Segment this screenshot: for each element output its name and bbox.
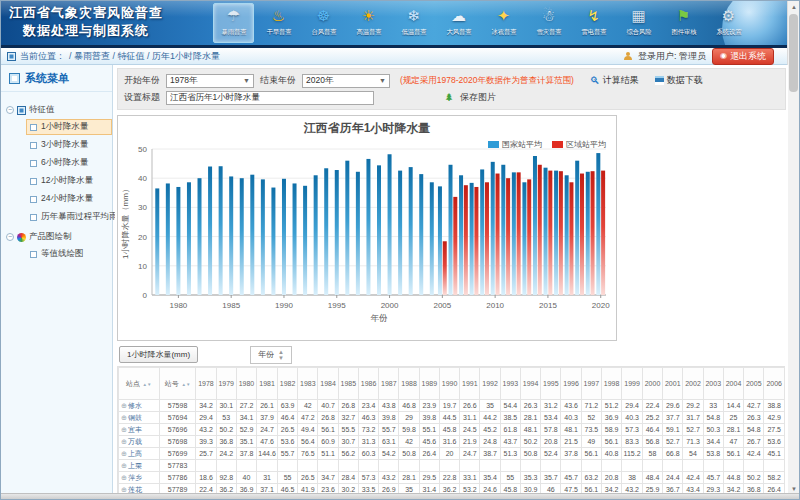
column-header-year-1987[interactable]: 1987 <box>379 368 399 400</box>
table-row-宜丰[interactable]: ⊕宜丰5769643.250.252.924.726.549.456.155.5… <box>119 424 785 436</box>
column-header-year-1981[interactable]: 1981 <box>257 368 278 400</box>
checkbox-icon[interactable] <box>30 251 37 258</box>
toolbar-item-hail[interactable]: ✦冰雹普查 <box>483 3 524 43</box>
column-header-year-2002[interactable]: 2002 <box>683 368 703 400</box>
sidebar-item-等值线绘图[interactable]: 等值线绘图 <box>26 246 112 262</box>
value-cell: 25.2 <box>642 412 662 424</box>
sidebar-item-历年暴雨过程平均雨量[interactable]: 历年暴雨过程平均雨量 <box>26 209 112 225</box>
chart-title-input[interactable] <box>166 91 374 105</box>
column-header-year-1995[interactable]: 1995 <box>541 368 561 400</box>
sort-icon[interactable]: ▲▼ <box>142 381 151 386</box>
checkbox-icon[interactable] <box>30 214 37 221</box>
column-header-year-2003[interactable]: 2003 <box>703 368 723 400</box>
column-header-station-id[interactable]: 站号 ▲▼ <box>159 368 196 400</box>
end-year-select[interactable]: 2020年 ▼ <box>302 74 390 88</box>
column-header-year-1990[interactable]: 1990 <box>439 368 459 400</box>
sidebar-item-3小时降水量[interactable]: 3小时降水量 <box>26 137 112 153</box>
checkbox-icon[interactable] <box>30 178 37 185</box>
column-header-year-1980[interactable]: 1980 <box>236 368 256 400</box>
toolbar-item-drought[interactable]: ♨干旱普查 <box>258 3 299 43</box>
toolbar-item-system-settings[interactable]: ⚙系统设置 <box>708 3 749 43</box>
toolbar-item-low-temp[interactable]: ❄低温普查 <box>393 3 434 43</box>
value-cell: 18.6 <box>196 472 216 484</box>
column-header-year-1989[interactable]: 1989 <box>419 368 439 400</box>
sidebar-item-24小时降水量[interactable]: 24小时降水量 <box>26 191 112 207</box>
column-header-year-1979[interactable]: 1979 <box>216 368 236 400</box>
column-header-year-1993[interactable]: 1993 <box>500 368 520 400</box>
expand-icon[interactable]: ⊕ <box>121 426 127 433</box>
toolbar-item-snow[interactable]: ☃雪灾普查 <box>528 3 569 43</box>
start-year-select[interactable]: 1978年 ▼ <box>166 74 254 88</box>
sidebar-item-12小时降水量[interactable]: 12小时降水量 <box>26 173 112 189</box>
column-header-year-2004[interactable]: 2004 <box>723 368 743 400</box>
column-header-year-1986[interactable]: 1986 <box>358 368 378 400</box>
column-header-year-2001[interactable]: 2001 <box>663 368 683 400</box>
table-row-万载[interactable]: ⊕万载5769839.336.835.147.653.656.460.930.7… <box>119 436 785 448</box>
checkbox-icon[interactable] <box>30 196 37 203</box>
sort-icon[interactable]: ▲▼ <box>181 381 190 386</box>
column-header-year-1988[interactable]: 1988 <box>399 368 419 400</box>
save-disk-icon <box>655 76 664 85</box>
table-row-上高[interactable]: ⊕上高5769925.724.237.8144.655.776.551.156.… <box>119 448 785 460</box>
expander-icon[interactable]: − <box>6 106 14 114</box>
expand-icon[interactable]: ⊕ <box>121 450 127 457</box>
toolbar-item-typhoon[interactable]: ☸台风普查 <box>303 3 344 43</box>
sidebar-item-6小时降水量[interactable]: 6小时降水量 <box>26 155 112 171</box>
toolbar-item-composite-risk[interactable]: ▦综合风险 <box>618 3 659 43</box>
scroll-up-arrow-icon[interactable]: ▲ <box>788 1 800 13</box>
expand-icon[interactable]: ⊕ <box>121 474 127 481</box>
value-cell: 58.2 <box>764 472 785 484</box>
table-row-上栗[interactable]: ⊕上栗57783 <box>119 460 785 472</box>
table-row-铜鼓[interactable]: ⊕铜鼓5769429.45334.137.946.447.226.832.746… <box>119 412 785 424</box>
checkbox-icon[interactable] <box>30 124 37 131</box>
column-header-year-1991[interactable]: 1991 <box>460 368 480 400</box>
column-header-year-1984[interactable]: 1984 <box>318 368 338 400</box>
svg-text:0: 0 <box>143 291 148 300</box>
expand-icon[interactable]: ⊕ <box>121 414 127 421</box>
download-button[interactable]: 数据下载 <box>655 74 703 87</box>
toolbar-item-rainstorm[interactable]: ☂暴雨普查 <box>213 3 254 43</box>
value-cell: 55.7 <box>379 424 399 436</box>
column-header-year-1992[interactable]: 1992 <box>480 368 500 400</box>
page-vertical-scrollbar[interactable]: ▲ ▼ <box>787 1 799 495</box>
vertical-scroll-thumb[interactable] <box>789 14 798 92</box>
column-header-year-1997[interactable]: 1997 <box>581 368 601 400</box>
expand-icon[interactable]: ⊕ <box>121 462 127 469</box>
legend-item[interactable]: 国家站平均 <box>488 139 542 150</box>
svg-text:2020: 2020 <box>592 301 610 310</box>
toolbar-item-wind[interactable]: ☁大风普查 <box>438 3 479 43</box>
column-header-year-1994[interactable]: 1994 <box>520 368 540 400</box>
calculate-button[interactable]: 🔍︎ 计算结果 <box>590 74 639 87</box>
legend-item[interactable]: 区域站平均 <box>552 139 606 150</box>
column-header-year-1998[interactable]: 1998 <box>601 368 621 400</box>
sidebar-item-1小时降水量[interactable]: 1小时降水量 <box>26 119 112 135</box>
column-header-year-2005[interactable]: 2005 <box>744 368 764 400</box>
toolbar-item-lightning[interactable]: ↯雷电普查 <box>573 3 614 43</box>
column-header-year-2000[interactable]: 2000 <box>642 368 662 400</box>
expand-icon[interactable]: ⊕ <box>121 438 127 445</box>
column-header-year-2006[interactable]: 2006 <box>764 368 785 400</box>
logout-button[interactable]: ◉ 退出系统 <box>712 48 774 65</box>
toolbar-item-high-temp[interactable]: ☀高温普查 <box>348 3 389 43</box>
checkbox-icon[interactable] <box>30 160 37 167</box>
column-header-year-1999[interactable]: 1999 <box>622 368 643 400</box>
checkbox-icon[interactable] <box>30 142 37 149</box>
column-header-year-1996[interactable]: 1996 <box>561 368 581 400</box>
breadcrumb-path[interactable]: / 暴雨普查 / 特征值 / 历年1小时降水量 <box>69 50 220 63</box>
column-header-year-1983[interactable]: 1983 <box>298 368 318 400</box>
column-header-year-1982[interactable]: 1982 <box>277 368 297 400</box>
expander-icon[interactable]: − <box>6 233 14 241</box>
metric-button[interactable]: 1小时降水量(mm) <box>119 346 198 363</box>
expand-icon[interactable]: ⊕ <box>121 402 127 409</box>
toolbar-item-map-review[interactable]: ⚑图件审核 <box>663 3 704 43</box>
column-header-year-1978[interactable]: 1978 <box>196 368 216 400</box>
sort-dropdown[interactable]: 年份 ▲▼ <box>250 346 292 364</box>
table-row-修水[interactable]: ⊕修水5759834.230.127.226.163.94240.726.823… <box>119 400 785 412</box>
expand-icon[interactable]: ⊕ <box>121 486 127 493</box>
column-header-station[interactable]: 站点 ▲▼ <box>119 368 160 400</box>
column-header-year-1985[interactable]: 1985 <box>338 368 358 400</box>
tree-group-特征值[interactable]: −特征值 <box>6 104 112 116</box>
save-image-button[interactable]: 保存图片 <box>460 91 496 104</box>
tree-group-产品图绘制[interactable]: −产品图绘制 <box>6 231 112 243</box>
table-row-萍乡[interactable]: ⊕萍乡5778618.692.840315526.534.728.457.343… <box>119 472 785 484</box>
